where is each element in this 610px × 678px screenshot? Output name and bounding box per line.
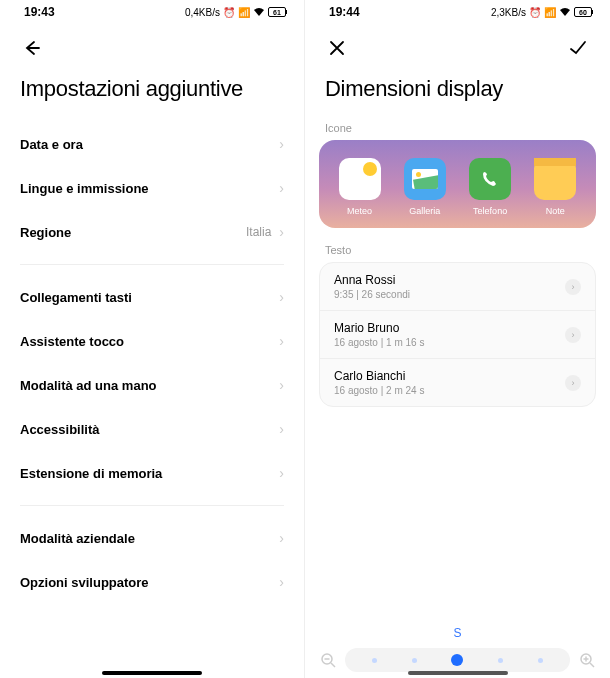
text-preview-list: Anna Rossi 9:35 | 26 secondi › Mario Bru… (319, 262, 596, 407)
app-label: Note (546, 206, 565, 216)
chevron-right-icon: › (279, 136, 284, 152)
row-label: Accessibilità (20, 422, 100, 437)
svg-line-1 (331, 663, 335, 667)
slider-step (372, 658, 377, 663)
chevron-right-icon: › (279, 574, 284, 590)
caller-meta: 9:35 | 26 secondi (334, 289, 410, 300)
zoom-out-icon[interactable] (319, 651, 337, 669)
clock: 19:44 (329, 5, 360, 19)
caller-name: Anna Rossi (334, 273, 410, 287)
chevron-right-icon: › (279, 530, 284, 546)
row-label: Modalità ad una mano (20, 378, 157, 393)
chevron-right-icon: › (565, 327, 581, 343)
slider-thumb[interactable] (451, 654, 463, 666)
call-item[interactable]: Carlo Bianchi 16 agosto | 2 m 24 s › (320, 359, 595, 406)
app-icon-note: Note (534, 158, 576, 216)
divider (20, 264, 284, 265)
row-label: Data e ora (20, 137, 83, 152)
arrow-left-icon (22, 38, 42, 58)
app-label: Galleria (409, 206, 440, 216)
weather-icon (339, 158, 381, 200)
app-icon-galleria: Galleria (404, 158, 446, 216)
row-accessibilita[interactable]: Accessibilità › (0, 407, 304, 451)
phone-icon (469, 158, 511, 200)
row-label: Opzioni sviluppatore (20, 575, 149, 590)
settings-list: Data e ora › Lingue e immissione › Regio… (0, 122, 304, 678)
row-lingue-e-immissione[interactable]: Lingue e immissione › (0, 166, 304, 210)
row-estensione-memoria[interactable]: Estensione di memoria › (0, 451, 304, 495)
zoom-in-icon[interactable] (578, 651, 596, 669)
net-speed: 2,3KB/s (491, 7, 526, 18)
back-button[interactable] (20, 36, 44, 60)
caller-meta: 16 agosto | 2 m 24 s (334, 385, 424, 396)
row-data-e-ora[interactable]: Data e ora › (0, 122, 304, 166)
chevron-right-icon: › (565, 375, 581, 391)
divider (20, 505, 284, 506)
status-bar-left: 19:43 0,4KB/s ⏰ 📶 61 (0, 0, 304, 24)
slider-step (498, 658, 503, 663)
call-item[interactable]: Mario Bruno 16 agosto | 1 m 16 s › (320, 311, 595, 359)
row-label: Assistente tocco (20, 334, 124, 349)
app-label: Telefono (473, 206, 507, 216)
svg-line-4 (590, 663, 594, 667)
close-button[interactable] (325, 36, 349, 60)
app-icon-telefono: Telefono (469, 158, 511, 216)
chevron-right-icon: › (279, 465, 284, 481)
wifi-icon (253, 7, 265, 17)
section-label-text: Testo (305, 244, 610, 262)
icons-preview-card: Meteo Galleria Telefono Note (319, 140, 596, 228)
app-label: Meteo (347, 206, 372, 216)
chevron-right-icon: › (279, 224, 284, 240)
chevron-right-icon: › (279, 289, 284, 305)
chevron-right-icon: › (279, 180, 284, 196)
alarm-icon: ⏰ (223, 7, 235, 18)
alarm-icon: ⏰ (529, 7, 541, 18)
row-label: Lingue e immissione (20, 181, 149, 196)
page-title: Dimensioni display (305, 68, 610, 122)
app-icon-meteo: Meteo (339, 158, 381, 216)
battery-icon: 61 (268, 7, 286, 17)
clock: 19:43 (24, 5, 55, 19)
chevron-right-icon: › (279, 333, 284, 349)
confirm-button[interactable] (566, 36, 590, 60)
size-slider[interactable] (345, 648, 570, 672)
row-modalita-aziendale[interactable]: Modalità aziendale › (0, 516, 304, 560)
home-indicator[interactable] (102, 671, 202, 675)
row-value: Italia (246, 225, 271, 239)
row-label: Estensione di memoria (20, 466, 162, 481)
chevron-right-icon: › (279, 421, 284, 437)
home-indicator[interactable] (408, 671, 508, 675)
row-label: Collegamenti tasti (20, 290, 132, 305)
close-icon (328, 39, 346, 57)
row-regione[interactable]: Regione Italia › (0, 210, 304, 254)
slider-step (538, 658, 543, 663)
row-modalita-una-mano[interactable]: Modalità ad una mano › (0, 363, 304, 407)
row-opzioni-sviluppatore[interactable]: Opzioni sviluppatore › (0, 560, 304, 604)
gallery-icon (404, 158, 446, 200)
page-title: Impostazioni aggiuntive (0, 68, 304, 122)
row-label: Regione (20, 225, 71, 240)
call-item[interactable]: Anna Rossi 9:35 | 26 secondi › (320, 263, 595, 311)
section-label-icons: Icone (305, 122, 610, 140)
row-collegamenti-tasti[interactable]: Collegamenti tasti › (0, 275, 304, 319)
caller-name: Carlo Bianchi (334, 369, 424, 383)
status-bar-right: 19:44 2,3KB/s ⏰ 📶 60 (305, 0, 610, 24)
caller-meta: 16 agosto | 1 m 16 s (334, 337, 424, 348)
net-speed: 0,4KB/s (185, 7, 220, 18)
wifi-icon (559, 7, 571, 17)
row-label: Modalità aziendale (20, 531, 135, 546)
battery-icon: 60 (574, 7, 592, 17)
signal-icon: 📶 (544, 7, 556, 18)
chevron-right-icon: › (565, 279, 581, 295)
caller-name: Mario Bruno (334, 321, 424, 335)
signal-icon: 📶 (238, 7, 250, 18)
check-icon (568, 38, 588, 58)
chevron-right-icon: › (279, 377, 284, 393)
slider-step (412, 658, 417, 663)
note-icon (534, 158, 576, 200)
row-assistente-tocco[interactable]: Assistente tocco › (0, 319, 304, 363)
size-indicator-letter: S (305, 626, 610, 640)
